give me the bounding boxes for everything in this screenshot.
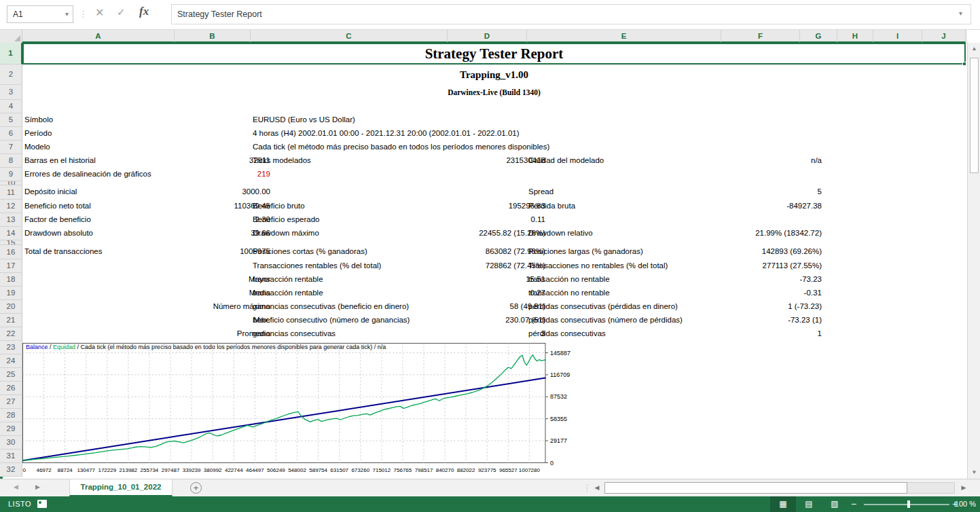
formula-bar-expand-icon[interactable]: ▾	[959, 10, 962, 17]
cell[interactable]: 863082 (72.98%)	[401, 245, 545, 259]
column-header-F[interactable]: F	[721, 30, 800, 43]
cell[interactable]: Calidad del modelado	[528, 154, 725, 168]
row-header-16[interactable]: 16	[0, 245, 22, 259]
row-header-22[interactable]: 22	[0, 327, 22, 341]
cell[interactable]: transacción no rentable	[528, 287, 725, 300]
insert-function-icon[interactable]: fx	[139, 5, 149, 18]
cell[interactable]: n/a	[725, 154, 822, 168]
horizontal-scroll-thumb[interactable]	[604, 482, 907, 494]
row-header-5[interactable]: 5	[0, 113, 22, 127]
row-header-8[interactable]: 8	[0, 154, 22, 168]
row-header-27[interactable]: 27	[0, 395, 22, 409]
column-header-C[interactable]: C	[251, 30, 448, 43]
report-title-cell[interactable]: Strategy Tester Report	[22, 43, 966, 65]
zoom-percentage-label[interactable]: 100 %	[945, 500, 976, 508]
cancel-icon[interactable]: ✕	[95, 6, 104, 19]
enter-icon[interactable]: ✓	[117, 6, 126, 18]
cell[interactable]: 1	[725, 327, 822, 341]
cell[interactable]: 231530418	[401, 154, 545, 168]
cell[interactable]: Posiciones largas (% ganadoras)	[528, 245, 725, 259]
cell[interactable]: Drawdown relativo	[528, 227, 725, 240]
cell[interactable]: Beneficio neto total	[24, 200, 175, 213]
row-header-2[interactable]: 2	[0, 65, 22, 85]
row-header-29[interactable]: 29	[0, 422, 22, 436]
row-header-19[interactable]: 19	[0, 287, 22, 300]
row-header-4[interactable]: 4	[0, 100, 22, 113]
cell[interactable]: pérdidas consecutivas (pérdidas en diner…	[528, 300, 725, 314]
column-header-A[interactable]: A	[22, 30, 175, 43]
cell[interactable]: pérdidas consecutivas (número de pérdida…	[528, 314, 725, 327]
macro-record-icon[interactable]	[37, 500, 47, 508]
column-header-J[interactable]: J	[922, 30, 966, 43]
zoom-slider-track[interactable]	[864, 504, 949, 505]
column-header-D[interactable]: D	[448, 30, 527, 43]
row-header-30[interactable]: 30	[0, 436, 22, 450]
row-header-1[interactable]: 1	[0, 43, 22, 65]
cell[interactable]: -84927.38	[725, 200, 822, 213]
cell[interactable]: EURUSD (Euro vs US Dollar)	[253, 113, 450, 127]
cell[interactable]: 21.99% (18342.72)	[725, 227, 822, 240]
cell[interactable]: Total de transacciones	[24, 245, 175, 259]
cell[interactable]: Drawdown absoluto	[24, 227, 175, 240]
sheet-tab-active[interactable]: Trapping_10_01_2022	[69, 479, 173, 496]
page-layout-view-button[interactable]: ▤	[796, 496, 822, 512]
tab-scroll-right-icon[interactable]: ▶	[35, 483, 40, 490]
normal-view-button[interactable]: ▦	[770, 496, 796, 512]
row-header-15[interactable]: 15	[0, 240, 22, 245]
page-break-view-button[interactable]: ▧	[822, 496, 848, 512]
zoom-out-button[interactable]: −	[851, 498, 856, 509]
cell[interactable]: Cada tick (el método más preciso basado …	[253, 141, 450, 154]
cell[interactable]: Spread	[528, 185, 725, 200]
row-header-25[interactable]: 25	[0, 368, 22, 382]
vertical-scrollbar[interactable]: ▲ ▼	[967, 43, 980, 479]
row-header-32[interactable]: 32	[0, 463, 22, 477]
row-header-9[interactable]: 9	[0, 168, 22, 181]
row-header-23[interactable]: 23	[0, 341, 22, 354]
hscroll-left-icon[interactable]: ◀	[591, 482, 603, 494]
cell[interactable]: 142893 (69.26%)	[725, 245, 822, 259]
cell[interactable]: 277113 (27.55%)	[725, 259, 822, 273]
cell[interactable]: Pérdida bruta	[528, 200, 725, 213]
cell[interactable]: pérdidas consecutivas	[528, 327, 725, 341]
row-header-28[interactable]: 28	[0, 409, 22, 422]
cell[interactable]: 4 horas (H4) 2002.01.01 00:00 - 2021.12.…	[253, 127, 450, 141]
row-header-31[interactable]: 31	[0, 450, 22, 463]
cell[interactable]: 0.27	[401, 287, 545, 300]
fill-handle[interactable]	[962, 62, 966, 66]
cell[interactable]: 3	[401, 327, 545, 341]
cell[interactable]: 728862 (72.45%)	[401, 259, 545, 273]
row-header-20[interactable]: 20	[0, 300, 22, 314]
cell[interactable]: -0.31	[725, 287, 822, 300]
row-header-18[interactable]: 18	[0, 273, 22, 287]
column-header-I[interactable]: I	[873, 30, 922, 43]
cell[interactable]: Transacciones no rentables (% del total)	[528, 259, 725, 273]
cell[interactable]: 230.07 (51)	[401, 314, 545, 327]
scroll-down-icon[interactable]: ▼	[968, 469, 980, 475]
cell[interactable]: Período	[24, 127, 175, 141]
cell[interactable]: 3000.00	[184, 185, 270, 200]
column-header-H[interactable]: H	[837, 30, 873, 43]
column-header-E[interactable]: E	[527, 30, 721, 43]
cell[interactable]: 22455.82 (15.26%)	[401, 227, 545, 240]
cell[interactable]: Barras en el historial	[24, 154, 175, 168]
cell[interactable]: Depósito inicial	[24, 185, 175, 200]
report-subtitle-cell[interactable]: Trapping_v1.00	[22, 65, 966, 85]
vertical-scroll-thumb[interactable]	[970, 58, 979, 173]
row-header-26[interactable]: 26	[0, 382, 22, 395]
formula-input[interactable]: Strategy Tester Report	[171, 4, 971, 24]
cell[interactable]: 5	[725, 185, 822, 200]
cell[interactable]: -73.23	[725, 273, 822, 287]
cell[interactable]: 195296.83	[401, 200, 545, 213]
cell[interactable]: -73.23 (1)	[725, 314, 822, 327]
zoom-slider-thumb[interactable]	[907, 500, 910, 508]
row-header-13[interactable]: 13	[0, 213, 22, 227]
cell[interactable]: 1 (-73.23)	[725, 300, 822, 314]
cell-error-count[interactable]: 219	[184, 168, 270, 181]
select-all-corner[interactable]	[0, 30, 22, 43]
row-header-24[interactable]: 24	[0, 354, 22, 368]
cell[interactable]: transacción no rentable	[528, 273, 725, 287]
cell[interactable]: 15.51	[401, 273, 545, 287]
name-box-dropdown-icon[interactable]: ▾	[65, 6, 69, 22]
cell[interactable]: Modelo	[24, 141, 175, 154]
cell[interactable]: 58 (49.81)	[401, 300, 545, 314]
